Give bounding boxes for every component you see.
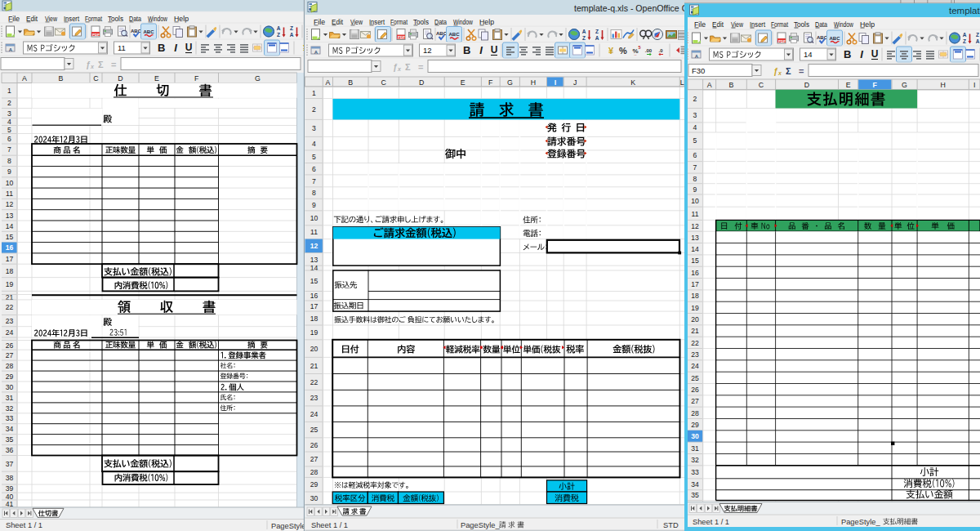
svg-text:F: F bbox=[194, 74, 199, 83]
svg-text:¥: ¥ bbox=[608, 46, 614, 56]
svg-text:Insert: Insert bbox=[64, 14, 79, 23]
svg-text:29: 29 bbox=[310, 480, 318, 489]
svg-text:6: 6 bbox=[7, 135, 11, 143]
svg-text:J: J bbox=[573, 78, 577, 87]
svg-text:File: File bbox=[694, 20, 706, 29]
svg-text:24: 24 bbox=[310, 410, 318, 418]
svg-text:Data: Data bbox=[129, 14, 141, 23]
svg-text:32: 32 bbox=[6, 404, 14, 413]
svg-text:Sheet 1 / 1: Sheet 1 / 1 bbox=[6, 521, 42, 529]
svg-text:27: 27 bbox=[691, 397, 699, 405]
svg-text:31: 31 bbox=[691, 444, 699, 453]
svg-text:Z: Z bbox=[595, 29, 599, 34]
svg-text:4: 4 bbox=[693, 123, 697, 132]
svg-text:13: 13 bbox=[6, 212, 14, 220]
svg-text:5: 5 bbox=[693, 136, 697, 145]
svg-text:I: I bbox=[973, 81, 975, 89]
svg-text:A: A bbox=[695, 54, 699, 59]
svg-text:30: 30 bbox=[310, 494, 318, 502]
svg-text:17: 17 bbox=[6, 255, 14, 263]
svg-text:Format: Format bbox=[85, 14, 102, 23]
svg-text:I: I bbox=[479, 44, 483, 56]
svg-text:Insert: Insert bbox=[750, 20, 765, 29]
svg-text:template: template bbox=[949, 6, 980, 16]
svg-text:C: C bbox=[93, 74, 99, 83]
svg-text:19: 19 bbox=[691, 304, 699, 312]
svg-text:26: 26 bbox=[691, 386, 699, 394]
svg-text:2: 2 bbox=[7, 99, 11, 107]
svg-text:2: 2 bbox=[312, 105, 316, 114]
svg-text:14: 14 bbox=[310, 264, 318, 272]
svg-text:PageStyle_: PageStyle_ bbox=[461, 521, 500, 529]
svg-text:U: U bbox=[491, 44, 498, 56]
svg-text:16: 16 bbox=[6, 243, 14, 252]
svg-text:6: 6 bbox=[312, 165, 316, 173]
svg-text:10: 10 bbox=[691, 197, 699, 205]
svg-text:15: 15 bbox=[691, 257, 699, 265]
svg-text:View: View bbox=[350, 17, 363, 26]
svg-text:G: G bbox=[255, 74, 261, 83]
svg-text:33: 33 bbox=[6, 414, 14, 422]
svg-text:A: A bbox=[277, 25, 281, 31]
svg-text:D: D bbox=[419, 78, 424, 87]
svg-text:Edit: Edit bbox=[332, 17, 343, 26]
svg-text:Edit: Edit bbox=[26, 14, 38, 23]
svg-text:19: 19 bbox=[6, 280, 14, 288]
svg-text:15: 15 bbox=[310, 277, 318, 285]
svg-text:20: 20 bbox=[691, 315, 699, 324]
svg-text:7: 7 bbox=[7, 145, 11, 154]
svg-text:22: 22 bbox=[6, 303, 14, 311]
svg-text:B: B bbox=[348, 78, 353, 87]
svg-text:10: 10 bbox=[6, 179, 14, 187]
svg-text:5: 5 bbox=[312, 153, 316, 161]
svg-text:16: 16 bbox=[310, 292, 318, 300]
svg-text:ABC: ABC bbox=[131, 29, 142, 33]
svg-text:Σ: Σ bbox=[405, 62, 411, 72]
svg-text:Z: Z bbox=[582, 35, 586, 41]
svg-text:24: 24 bbox=[6, 328, 14, 337]
svg-text:18: 18 bbox=[691, 292, 699, 300]
svg-text:.00: .00 bbox=[645, 48, 653, 53]
svg-text:21: 21 bbox=[310, 362, 318, 370]
svg-text:34: 34 bbox=[691, 480, 699, 489]
svg-text:28: 28 bbox=[310, 468, 318, 476]
svg-text:Z: Z bbox=[277, 32, 280, 38]
svg-text:35: 35 bbox=[691, 491, 699, 499]
svg-text:7: 7 bbox=[312, 177, 316, 185]
svg-text:B: B bbox=[59, 74, 64, 83]
svg-text:5: 5 bbox=[638, 45, 640, 50]
svg-text:13: 13 bbox=[310, 256, 318, 264]
svg-text:26: 26 bbox=[310, 441, 318, 449]
svg-text:Σ: Σ bbox=[98, 60, 104, 69]
svg-text:4: 4 bbox=[312, 140, 316, 148]
svg-text:Sheet 1 / 1: Sheet 1 / 1 bbox=[311, 521, 348, 529]
svg-text:5: 5 bbox=[7, 126, 11, 134]
svg-text:.0: .0 bbox=[658, 48, 663, 53]
svg-text:3: 3 bbox=[693, 111, 697, 119]
svg-text:PDF: PDF bbox=[92, 33, 100, 37]
svg-text:28: 28 bbox=[691, 409, 699, 417]
svg-text:PDF: PDF bbox=[398, 35, 405, 39]
svg-text:22: 22 bbox=[691, 339, 699, 347]
svg-text:A: A bbox=[22, 74, 27, 83]
svg-text:E: E bbox=[461, 78, 466, 87]
svg-text:Help: Help bbox=[174, 14, 189, 23]
svg-text:8: 8 bbox=[7, 157, 11, 165]
svg-text:=: = bbox=[418, 62, 423, 72]
svg-text:ABC: ABC bbox=[830, 36, 841, 41]
svg-text:Window: Window bbox=[453, 17, 473, 26]
svg-text:C: C bbox=[759, 81, 764, 89]
svg-text:I: I bbox=[555, 78, 556, 87]
svg-text:B: B bbox=[729, 81, 734, 89]
svg-text:15: 15 bbox=[6, 233, 14, 241]
svg-text:21: 21 bbox=[691, 327, 699, 335]
svg-text:A: A bbox=[976, 38, 980, 44]
svg-text:19: 19 bbox=[310, 328, 318, 337]
svg-text:View: View bbox=[45, 14, 57, 23]
svg-text:A: A bbox=[707, 81, 712, 89]
svg-text:A: A bbox=[963, 32, 967, 38]
svg-text:Z: Z bbox=[290, 25, 293, 31]
svg-text:E: E bbox=[154, 74, 159, 83]
svg-text:12: 12 bbox=[310, 242, 318, 250]
svg-text:A: A bbox=[582, 29, 586, 34]
